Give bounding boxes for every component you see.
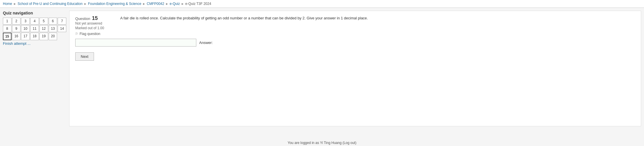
breadcrumb-school[interactable]: School of Pre-U and Continuing Education bbox=[18, 2, 82, 6]
button-row: Next bbox=[75, 47, 635, 61]
nav-cell-2[interactable]: 2 bbox=[12, 18, 21, 25]
breadcrumb-home[interactable]: Home bbox=[3, 2, 12, 6]
breadcrumb: Home ► School of Pre-U and Continuing Ed… bbox=[0, 0, 644, 8]
breadcrumb-arrow-4: ► bbox=[165, 2, 169, 5]
question-content-area: Question 15 Not yet answered Marked out … bbox=[69, 11, 641, 126]
breadcrumb-equiz[interactable]: e-Quiz bbox=[170, 2, 180, 6]
quiz-navigation-sidebar: Quiz navigation 1 2 3 4 5 6 7 8 9 10 11 … bbox=[3, 11, 66, 126]
main-container: Quiz navigation 1 2 3 4 5 6 7 8 9 10 11 … bbox=[0, 8, 644, 129]
question-marked-out: Marked out of 1.00 bbox=[75, 26, 116, 30]
flag-question-button[interactable]: ⚐ Flag question bbox=[75, 32, 116, 36]
sidebar-title: Quiz navigation bbox=[3, 11, 66, 15]
nav-cell-6[interactable]: 6 bbox=[49, 18, 57, 25]
question-number: 15 bbox=[92, 15, 98, 21]
nav-cell-19[interactable]: 19 bbox=[39, 33, 48, 40]
nav-cell-15[interactable]: 15 bbox=[3, 33, 12, 40]
nav-cell-5[interactable]: 5 bbox=[39, 18, 48, 25]
flag-icon: ⚐ bbox=[75, 32, 78, 36]
question-title-line: Question 15 bbox=[75, 15, 116, 21]
question-top-row: Question 15 Not yet answered Marked out … bbox=[75, 15, 635, 36]
nav-cell-11[interactable]: 11 bbox=[30, 25, 39, 32]
breadcrumb-arrow-2: ► bbox=[84, 2, 87, 5]
nav-cell-12[interactable]: 12 bbox=[39, 25, 48, 32]
nav-cell-17[interactable]: 17 bbox=[21, 33, 30, 40]
nav-cell-20[interactable]: 20 bbox=[49, 33, 57, 40]
nav-cell-16[interactable]: 16 bbox=[12, 33, 21, 40]
next-button[interactable]: Next bbox=[75, 52, 94, 61]
nav-cell-14[interactable]: 14 bbox=[58, 25, 66, 32]
breadcrumb-arrow-5: ► bbox=[181, 2, 184, 5]
breadcrumb-arrow-3: ► bbox=[142, 2, 146, 5]
question-label: Question bbox=[75, 16, 90, 21]
breadcrumb-current: e-Quiz T3F 2024 bbox=[185, 2, 211, 6]
answer-label: Answer: bbox=[199, 40, 213, 45]
nav-cell-1[interactable]: 1 bbox=[3, 18, 12, 25]
breadcrumb-arrow-1: ► bbox=[13, 2, 16, 5]
breadcrumb-cmfp[interactable]: CMFP0042 bbox=[147, 2, 164, 6]
breadcrumb-foundation[interactable]: Foundation Engineering & Science bbox=[88, 2, 141, 6]
finish-attempt-link[interactable]: Finish attempt ... bbox=[3, 41, 31, 46]
nav-cell-4[interactable]: 4 bbox=[30, 18, 39, 25]
nav-grid-row1: 1 2 3 4 5 6 7 8 9 10 11 12 13 14 15 16 1… bbox=[3, 18, 66, 40]
nav-cell-10[interactable]: 10 bbox=[21, 25, 30, 32]
answer-input[interactable] bbox=[75, 39, 196, 47]
nav-cell-7[interactable]: 7 bbox=[58, 18, 66, 25]
footer: You are logged in as Yi Ting Huang (Log … bbox=[0, 138, 644, 146]
question-meta-block: Question 15 Not yet answered Marked out … bbox=[75, 15, 116, 36]
question-text: A fair die is rolled once. Calculate the… bbox=[120, 15, 635, 36]
question-status: Not yet answered bbox=[75, 21, 116, 25]
logged-in-text: You are logged in as Yi Ting Huang (Log … bbox=[3, 141, 641, 145]
nav-cell-18[interactable]: 18 bbox=[30, 33, 39, 40]
flag-question-label: Flag question bbox=[80, 32, 100, 36]
answer-row: Answer: bbox=[75, 39, 635, 47]
nav-cell-13[interactable]: 13 bbox=[49, 25, 57, 32]
nav-cell-3[interactable]: 3 bbox=[21, 18, 30, 25]
nav-cell-8[interactable]: 8 bbox=[3, 25, 12, 32]
nav-cell-9[interactable]: 9 bbox=[12, 25, 21, 32]
